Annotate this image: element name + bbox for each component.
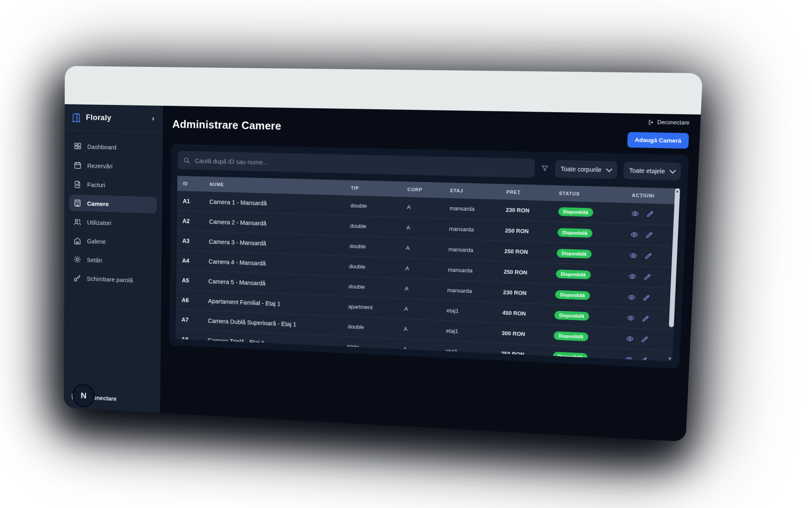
edit-pencil-icon[interactable] [646,210,654,218]
cell-type: double [343,263,400,271]
gear-icon [73,255,81,264]
cell-price: 250 RON [498,268,550,277]
cell-type: triple [341,343,397,352]
cell-type: double [343,283,399,291]
grid-icon [74,142,82,151]
edit-pencil-icon[interactable] [642,294,650,302]
view-eye-icon[interactable] [625,355,633,362]
cell-id: A5 [176,276,203,284]
cell-id: A4 [176,257,203,265]
cell-building: A [401,224,443,232]
table-body: A1 Camera 1 - Mansardă double A mansarda… [176,191,679,362]
cell-id: A6 [176,296,203,304]
view-eye-icon[interactable] [631,210,639,218]
device-mockup: Floraly › Dashboard [50,71,684,427]
scroll-down-arrow-icon[interactable]: ▼ [667,356,672,362]
cell-price: 250 RON [499,227,551,235]
chevron-down-icon [606,166,612,172]
sidebar-item-rezervari[interactable]: Rezervări [69,157,157,175]
status-badge: Disponibilă [556,269,591,279]
view-eye-icon[interactable] [628,272,637,280]
cell-building: A [398,305,441,313]
status-badge: Disponibilă [557,228,593,237]
search-input[interactable] [194,157,529,172]
view-eye-icon[interactable] [630,230,639,238]
cell-name: Apartament Familial - Etaj 1 [203,297,343,309]
cell-floor: mansarda [441,287,497,295]
search-box[interactable] [178,151,535,178]
cell-id: A3 [177,237,203,245]
view-eye-icon[interactable] [626,334,634,342]
col-header-corp: CORP [401,187,444,193]
sidebar-item-setari[interactable]: Setări [69,251,156,270]
col-header-id: ID [177,181,204,186]
status-badge: Disponibilă [553,351,587,361]
sidebar-nav: Dashboard Rezervări [64,130,162,290]
cell-id: A1 [177,197,204,204]
search-icon [183,157,190,164]
sidebar-item-camere[interactable]: Camere [69,194,156,213]
page-title: Administrare Camere [172,118,281,133]
cell-id: A2 [177,217,203,225]
cell-type: double [342,323,398,331]
cell-floor: mansarda [442,266,498,275]
edit-pencil-icon[interactable] [639,356,648,362]
status-badge: Disponibilă [558,207,593,217]
sidebar-item-facturi[interactable]: Facturi [69,176,157,194]
building-icon [74,199,82,207]
sidebar-collapse-chevron[interactable]: › [151,114,156,123]
app-body: Floraly › Dashboard [64,104,701,442]
status-badge: Disponibilă [557,248,592,258]
cell-id: A8 [176,335,202,343]
sidebar-header: Floraly › [65,104,162,132]
sidebar-item-galerie[interactable]: Galerie [69,232,156,251]
floor-filter-value: Toate etajele [629,167,665,175]
sidebar-item-utilizatori[interactable]: Utilizatori [69,213,156,232]
cell-building: A [401,204,444,211]
view-eye-icon[interactable] [628,293,636,301]
cell-price: 350 RON [495,350,547,359]
cell-floor: mansarda [443,225,499,233]
sidebar-item-label: Setări [87,256,102,264]
building-filter-select[interactable]: Toate corpurile [554,160,617,179]
cell-floor: etaj1 [439,348,495,356]
edit-pencil-icon[interactable] [643,273,652,281]
sidebar-item-label: Camere [87,200,109,207]
cell-floor: etaj1 [441,307,497,315]
users-icon [73,217,81,226]
sidebar-item-schimbare-parola[interactable]: Schimbare parolă [69,269,156,289]
col-header-pret: PREȚ [500,189,553,196]
col-header-tip: TIP [345,185,402,192]
cell-price: 450 RON [496,309,549,318]
cell-building: A [398,326,440,334]
cell-price: 230 RON [497,289,549,297]
cell-name: Camera 3 - Mansardă [203,238,344,249]
sidebar-item-label: Rezervări [87,162,112,169]
sidebar-item-label: Facturi [87,181,105,188]
rooms-table: ID NUME TIP CORP ETAJ PREȚ STATUS ACȚIUN… [176,176,680,361]
cell-floor: etaj1 [440,327,496,336]
sidebar-item-label: Galerie [87,237,106,245]
floor-filter-select[interactable]: Toate etajele [623,161,681,180]
edit-pencil-icon[interactable] [644,252,653,260]
add-camera-button[interactable]: Adaugă Cameră [627,132,689,149]
cell-name: Camera Dublă Superioară - Etaj 1 [202,317,342,330]
edit-pencil-icon[interactable] [645,231,653,239]
sidebar-item-label: Utilizatori [87,218,111,226]
brand-name: Floraly [86,113,146,123]
edit-pencil-icon[interactable] [640,335,649,343]
cell-id: A7 [176,316,202,323]
view-eye-icon[interactable] [627,314,635,322]
view-eye-icon[interactable] [629,251,638,260]
status-badge: Disponibilă [554,331,588,341]
col-header-status: STATUS [553,190,626,198]
col-header-nume: NUME [204,182,345,190]
cell-building: A [399,285,442,293]
sidebar-item-dashboard[interactable]: Dashboard [69,138,157,156]
key-icon [73,273,81,282]
logout-icon [648,119,654,125]
col-header-etaj: ETAJ [444,188,500,194]
edit-pencil-icon[interactable] [641,315,650,323]
cell-type: double [345,202,401,210]
cell-floor: mansarda [442,246,499,254]
